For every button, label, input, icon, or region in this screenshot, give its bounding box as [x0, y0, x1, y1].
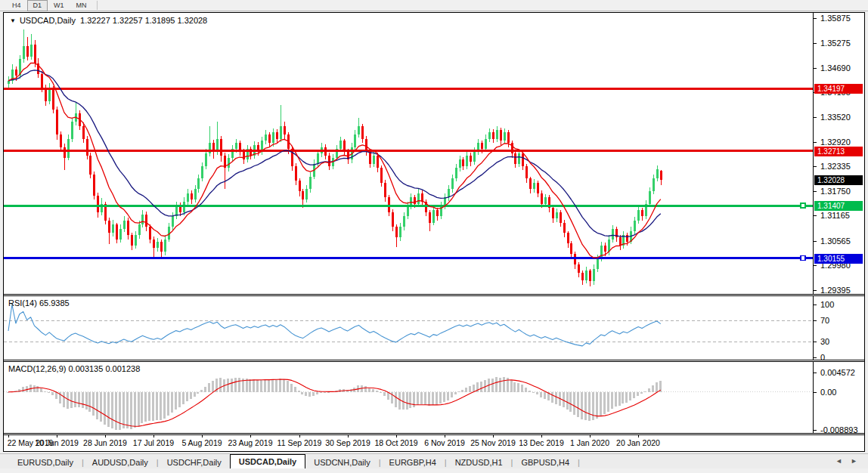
price-axis[interactable]: 1.358751.352751.346901.341051.335201.329… — [813, 13, 864, 433]
price-axis-label: 1.35275 — [820, 39, 851, 48]
price-axis-label: 1.30565 — [820, 236, 851, 246]
date-axis-tick — [153, 435, 154, 437]
date-axis-label: 28 Jun 2019 — [79, 438, 132, 447]
date-axis-tick — [445, 435, 445, 437]
price-tag-line-1.31407: 1.31407 — [814, 201, 863, 211]
symbol-tab-bar: EURUSD,Daily|AUDUSD,Daily|USDCHF,DailyUS… — [0, 453, 868, 468]
price-axis-tick — [814, 265, 817, 266]
date-axis-tick — [590, 435, 591, 437]
date-axis-label: 25 Nov 2019 — [467, 438, 519, 447]
rsi-line — [8, 305, 661, 346]
toolbar-separator — [97, 1, 98, 10]
price-axis-tick — [814, 43, 817, 44]
tab-usdcnh-daily[interactable]: USDCNH,Daily — [305, 456, 379, 468]
tab-gbpusd-h4[interactable]: GBPUSD,H4 — [513, 456, 578, 468]
rsi-canvas[interactable] — [4, 296, 813, 360]
rsi-axis-tick — [814, 305, 817, 305]
price-axis-tick — [814, 241, 817, 242]
macd-label: MACD(12,26,9) 0.003135 0.001238 — [8, 364, 140, 373]
tab-scroll-right-icon[interactable]: ► — [851, 458, 857, 465]
date-axis[interactable]: 22 May 201910 Jun 201928 Jun 201917 Jul … — [4, 435, 813, 451]
price-axis-tick — [814, 191, 817, 192]
date-axis-label: 13 Dec 2019 — [515, 438, 568, 447]
price-axis-label: 1.34690 — [820, 63, 851, 73]
tab-eurusd-daily[interactable]: EURUSD,Daily — [9, 456, 82, 468]
date-axis-tick — [57, 435, 57, 437]
price-axis-label: 1.33520 — [820, 113, 851, 122]
tab-scroll-left-icon[interactable]: ◄ — [835, 458, 842, 465]
tab-separator: | — [578, 456, 580, 468]
panel-splitter[interactable] — [4, 433, 864, 435]
price-tag-current: 1.32028 — [814, 175, 863, 185]
date-axis-label: 30 Sep 2019 — [321, 438, 374, 447]
horizontal-line-1.30155[interactable] — [4, 257, 813, 259]
date-axis-tick — [541, 435, 542, 437]
timeframe-button-w1[interactable]: W1 — [48, 0, 70, 11]
timeframe-button-d1[interactable]: D1 — [27, 0, 48, 11]
date-axis-label: 1 Jan 2020 — [563, 438, 616, 447]
price-axis-label: 1.31165 — [820, 211, 850, 221]
rsi-axis-label: 70 — [820, 316, 829, 326]
tab-usdchf-daily[interactable]: USDCHF,Daily — [159, 456, 230, 468]
macd-panel[interactable]: MACD(12,26,9) 0.003135 0.001238 — [4, 362, 813, 433]
date-axis-label: 18 Oct 2019 — [370, 438, 423, 447]
panel-splitter[interactable] — [4, 294, 864, 296]
price-axis-tick — [814, 142, 817, 143]
macd-axis-tick — [814, 392, 817, 393]
date-axis-tick — [348, 435, 349, 437]
main-chart-canvas[interactable] — [4, 13, 813, 294]
rsi-axis-tick — [814, 320, 817, 321]
macd-axis-label: 0.004572 — [820, 368, 855, 378]
price-axis-tick — [814, 166, 817, 167]
chart-title: ▼USDCAD,Daily 1.32227 1.32257 1.31895 1.… — [10, 16, 207, 25]
timeframe-toolbar: H4D1W1MN — [0, 0, 868, 11]
rsi-axis-label: 30 — [820, 337, 829, 347]
price-tag-line-1.34197: 1.34197 — [814, 84, 863, 94]
date-axis-label: 10 Jun 2019 — [30, 438, 83, 447]
date-axis-tick — [493, 435, 494, 437]
price-tag-line-1.30155: 1.30155 — [814, 254, 863, 264]
panel-splitter[interactable] — [4, 360, 864, 362]
price-axis-tick — [814, 215, 817, 216]
price-axis-tick — [814, 290, 817, 291]
tab-usdcad-daily[interactable]: USDCAD,Daily — [230, 454, 305, 468]
macd-axis-label: 0.00 — [820, 388, 836, 397]
main-chart-panel[interactable] — [4, 13, 813, 294]
macd-axis-tick — [814, 373, 817, 373]
terminal-window: H4D1W1MN ▼USDCAD,Daily 1.32227 1.32257 1… — [0, 0, 868, 473]
rsi-axis-label: 100 — [820, 300, 834, 310]
price-axis-label: 1.35875 — [820, 14, 851, 23]
price-tag-line-1.32713: 1.32713 — [814, 147, 863, 156]
ma-fast-line — [8, 63, 661, 258]
date-axis-label: 6 Nov 2019 — [418, 438, 471, 447]
date-axis-label: 11 Sep 2019 — [273, 438, 326, 447]
price-axis-label: 1.32335 — [820, 162, 851, 172]
chart-menu-triangle-icon: ▼ — [10, 17, 16, 24]
horizontal-line-1.31407[interactable] — [4, 205, 813, 207]
price-axis-label: 1.31750 — [820, 187, 851, 196]
tab-audusd-daily[interactable]: AUDUSD,Daily — [84, 456, 157, 468]
chart-symbol-period: USDCAD,Daily — [20, 16, 76, 25]
timeframe-button-mn[interactable]: MN — [70, 0, 93, 11]
date-axis-tick — [202, 435, 203, 437]
hline-handle-1.30155[interactable] — [801, 256, 805, 261]
horizontal-line-1.34197[interactable] — [4, 88, 813, 90]
chart-ohlc-values: 1.32227 1.32257 1.31895 1.32028 — [80, 16, 207, 25]
date-axis-tick — [250, 435, 251, 437]
date-axis-tick — [105, 435, 106, 437]
chart-frame: ▼USDCAD,Daily 1.32227 1.32257 1.31895 1.… — [3, 12, 865, 452]
rsi-panel[interactable]: RSI(14) 65.9385 — [4, 296, 813, 360]
timeframe-button-h4[interactable]: H4 — [6, 0, 27, 11]
date-axis-tick — [396, 435, 397, 437]
rsi-label: RSI(14) 65.9385 — [8, 298, 70, 308]
macd-axis-tick — [814, 430, 817, 431]
date-axis-tick — [299, 435, 300, 437]
tab-eurgbp-h4[interactable]: EURGBP,H4 — [381, 456, 445, 468]
rsi-axis-tick — [814, 357, 817, 358]
horizontal-line-1.32713[interactable] — [4, 150, 813, 152]
tab-nzdusd-h1[interactable]: NZDUSD,H1 — [447, 456, 511, 468]
date-axis-tick — [638, 435, 639, 437]
date-axis-label: 20 Jan 2020 — [612, 438, 665, 447]
date-axis-tick — [8, 435, 9, 437]
hline-handle-1.31407[interactable] — [801, 203, 805, 208]
